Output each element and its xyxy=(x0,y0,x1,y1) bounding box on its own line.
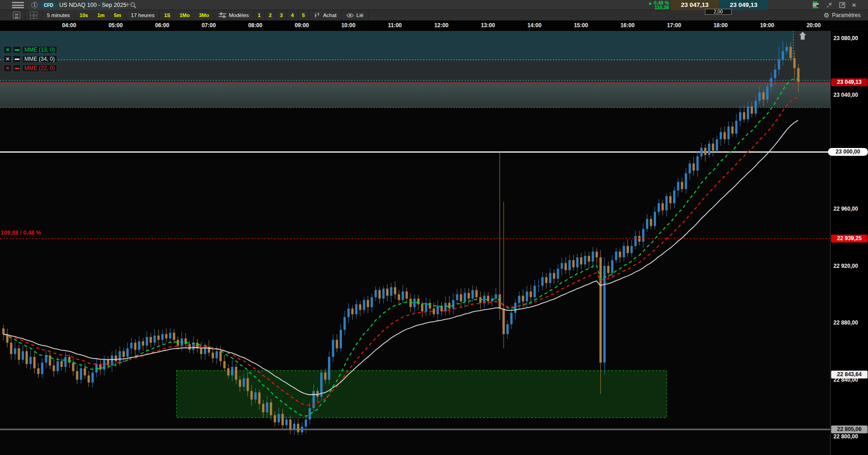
y-axis-tick: 22 800,00 xyxy=(833,433,858,440)
y-axis-tick: 22 960,00 xyxy=(833,206,858,212)
gear-icon: ⚙ xyxy=(823,12,829,18)
y-axis-tick: 23 040,00 xyxy=(833,92,858,98)
eye-icon xyxy=(346,13,354,18)
add-tab-button[interactable]: + xyxy=(123,0,133,10)
model-4-button[interactable]: 4 xyxy=(287,10,298,21)
time-label: 16:00 xyxy=(617,22,638,29)
preset-1mo-button[interactable]: 1Mo xyxy=(175,10,194,21)
legend-label[interactable]: MME (22, 0) xyxy=(22,65,57,72)
y-axis-tick: 22 880,00 xyxy=(833,319,858,326)
preset-5m-button[interactable]: 5m xyxy=(109,10,126,21)
indicator-legend: ×MME (13, 0)×MME (34, 0)×MME (22, 0) xyxy=(4,46,57,72)
popout-window-icon[interactable] xyxy=(839,2,845,8)
linked-button[interactable]: Lié xyxy=(342,10,369,21)
price-level-badge: 23 000,00 xyxy=(828,148,868,156)
watchlist-panel-button[interactable] xyxy=(8,10,25,21)
layout-grid-button[interactable] xyxy=(25,10,42,21)
range-button[interactable]: 17 heures xyxy=(126,10,159,21)
window-number-badge: 1 xyxy=(31,2,38,8)
sliders-icon xyxy=(219,12,226,18)
price-level-badge: 22 939,25 xyxy=(831,235,868,242)
trading-app-window: 1 CFD US NDAQ 100 - Sep 2025 + ▲ 0,48 % … xyxy=(0,0,868,455)
candlestick-icon xyxy=(314,12,320,18)
restore-window-icon[interactable] xyxy=(826,2,833,8)
chart-toolbar: 5 minutes 10s 1m 5m 17 heures 1S 1Mo 3Mo… xyxy=(0,10,868,21)
price-axis[interactable]: 23 080,0023 040,0022 960,0022 920,0022 8… xyxy=(830,31,868,455)
time-label: 11:00 xyxy=(385,22,405,29)
time-label: 12:00 xyxy=(431,22,452,29)
price-level-badge: 22 843,64 xyxy=(831,371,868,378)
time-label: 20:00 xyxy=(803,22,824,29)
instrument-title: US NDAQ 100 - Sep 2025 xyxy=(59,2,127,8)
y-axis-tick: 22 920,00 xyxy=(833,263,858,269)
grid-icon xyxy=(30,12,37,19)
legend-remove-icon[interactable]: × xyxy=(4,46,12,53)
spread-value: 2,00 xyxy=(705,9,732,15)
legend-remove-icon[interactable]: × xyxy=(4,65,12,72)
time-label: 05:00 xyxy=(106,22,126,29)
y-axis-tick: 23 080,00 xyxy=(833,35,858,41)
legend-label[interactable]: MME (34, 0) xyxy=(22,55,57,63)
legend-remove-icon[interactable]: × xyxy=(4,55,12,63)
legend-style-button[interactable] xyxy=(13,46,21,53)
instrument-tab[interactable]: 1 CFD US NDAQ 100 - Sep 2025 xyxy=(29,0,119,10)
models-button[interactable]: Modèles xyxy=(214,10,254,21)
legend-style-button[interactable] xyxy=(13,65,21,72)
list-icon xyxy=(13,12,20,19)
time-label: 04:00 xyxy=(59,22,79,29)
price-level-badge: 23 049,13 xyxy=(831,78,868,86)
legend-label[interactable]: MME (13, 0) xyxy=(22,46,57,53)
cfd-badge: CFD xyxy=(41,2,57,8)
time-label: 13:00 xyxy=(478,22,498,29)
time-label: 15:00 xyxy=(571,22,591,29)
time-label: 07:00 xyxy=(199,22,219,29)
timeframe-button[interactable]: 5 minutes xyxy=(42,10,75,21)
model-5-button[interactable]: 5 xyxy=(298,10,309,21)
main-menu-icon[interactable] xyxy=(12,2,24,8)
price-level-badge: 22 805,06 xyxy=(831,425,868,433)
time-label: 14:00 xyxy=(524,22,545,29)
legend-row: ×MME (13, 0) xyxy=(4,46,57,53)
chart-area[interactable]: ×MME (13, 0)×MME (34, 0)×MME (22, 0) 109… xyxy=(0,31,830,455)
close-window-icon[interactable]: × xyxy=(852,1,856,9)
time-axis[interactable]: 04:0005:0006:0007:0008:0009:0010:0011:00… xyxy=(0,21,868,31)
window-controls: × xyxy=(813,1,856,9)
buy-mode-button[interactable]: Achat xyxy=(309,10,341,21)
time-label: 06:00 xyxy=(152,22,172,29)
legend-row: ×MME (22, 0) xyxy=(4,65,57,72)
up-arrow-icon: ▲ xyxy=(648,0,652,6)
market-depth-icon[interactable] xyxy=(813,1,820,9)
model-3-button[interactable]: 3 xyxy=(276,10,287,21)
candlestick-canvas[interactable] xyxy=(0,31,830,455)
time-label: 10:00 xyxy=(338,22,358,29)
preset-1m-button[interactable]: 1m xyxy=(93,10,109,21)
time-label: 19:00 xyxy=(757,22,777,29)
title-bar: 1 CFD US NDAQ 100 - Sep 2025 + ▲ 0,48 % … xyxy=(0,0,868,10)
change-points: 110,38 xyxy=(648,5,669,10)
daily-open-change-label: 109,88 / 0,48 % xyxy=(1,230,41,236)
time-label: 18:00 xyxy=(710,22,731,29)
time-label: 17:00 xyxy=(664,22,684,29)
legend-style-button[interactable] xyxy=(13,55,21,63)
preset-10s-button[interactable]: 10s xyxy=(75,10,93,21)
model-2-button[interactable]: 2 xyxy=(265,10,276,21)
model-1-button[interactable]: 1 xyxy=(254,10,265,21)
preset-3mo-button[interactable]: 3Mo xyxy=(194,10,214,21)
time-label: 08:00 xyxy=(245,22,265,29)
legend-row: ×MME (34, 0) xyxy=(4,55,57,63)
time-label: 09:00 xyxy=(292,22,312,29)
preset-1s-button[interactable]: 1S xyxy=(159,10,175,21)
daily-change: ▲ 0,48 % 110,38 xyxy=(648,0,669,10)
settings-button[interactable]: ⚙ Paramètres xyxy=(819,10,865,21)
